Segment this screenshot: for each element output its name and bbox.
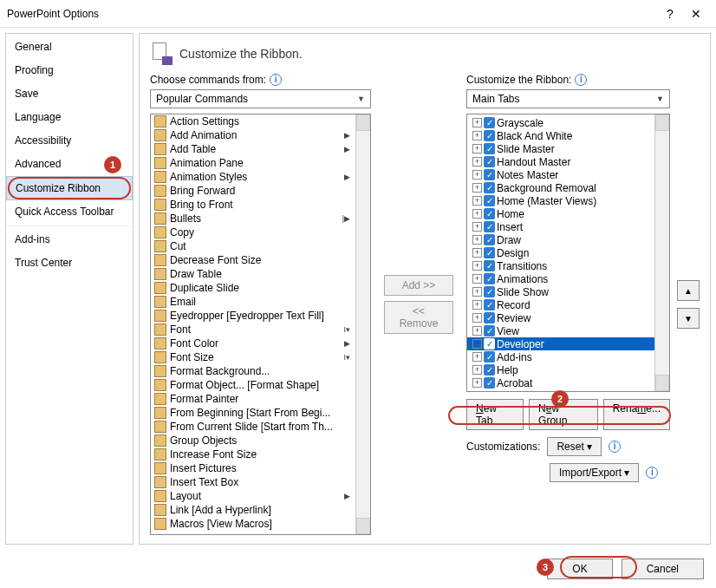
expand-icon[interactable]: + xyxy=(472,300,482,310)
list-item[interactable]: Font SizeI▾ xyxy=(151,350,355,364)
tree-item-record[interactable]: +✓Record xyxy=(467,298,654,311)
expand-icon[interactable]: + xyxy=(472,274,482,284)
list-item[interactable]: FontI▾ xyxy=(151,323,355,336)
tree-item-review[interactable]: +✓Review xyxy=(467,311,654,324)
expand-icon[interactable]: + xyxy=(472,248,482,258)
list-item[interactable]: Draw Table xyxy=(151,267,355,281)
expand-icon[interactable]: + xyxy=(472,170,482,180)
list-item[interactable]: Add Table▶ xyxy=(151,142,355,156)
list-item[interactable]: From Current Slide [Start from Th... xyxy=(151,420,355,434)
checkbox[interactable]: ✓ xyxy=(484,338,495,350)
tree-item-grayscale[interactable]: +✓Grayscale xyxy=(467,116,654,129)
checkbox[interactable]: ✓ xyxy=(484,195,495,206)
list-item[interactable]: Add Animation▶ xyxy=(151,128,355,142)
close-icon[interactable]: ✕ xyxy=(683,7,709,21)
expand-icon[interactable]: + xyxy=(472,183,482,193)
expand-icon[interactable]: + xyxy=(472,209,482,219)
checkbox[interactable]: ✓ xyxy=(484,260,495,271)
info-icon[interactable]: i xyxy=(646,467,658,479)
list-item[interactable]: Format Background... xyxy=(151,364,355,378)
info-icon[interactable]: i xyxy=(270,74,282,86)
tree-item-help[interactable]: +✓Help xyxy=(467,363,654,376)
tree-item-animations[interactable]: +✓Animations xyxy=(467,272,654,285)
scrollbar[interactable] xyxy=(355,114,370,534)
sidebar-item-save[interactable]: Save xyxy=(6,82,133,106)
move-up-button[interactable]: ▲ xyxy=(677,280,700,301)
expand-icon[interactable]: + xyxy=(472,365,482,375)
ok-button[interactable]: OK xyxy=(547,559,612,579)
expand-icon[interactable]: + xyxy=(472,144,482,154)
list-item[interactable]: Animation Styles▶ xyxy=(151,170,355,184)
list-item[interactable]: Insert Text Box xyxy=(151,475,355,489)
checkbox[interactable]: ✓ xyxy=(484,169,495,180)
list-item[interactable]: Animation Pane xyxy=(151,156,355,170)
list-item[interactable]: Copy xyxy=(151,225,355,239)
list-item[interactable]: Increase Font Size xyxy=(151,448,355,461)
tree-item-insert[interactable]: +✓Insert xyxy=(467,220,654,233)
expand-icon[interactable]: + xyxy=(472,326,482,336)
checkbox[interactable]: ✓ xyxy=(484,247,495,258)
commands-listbox[interactable]: Action SettingsAdd Animation▶Add Table▶A… xyxy=(150,114,371,535)
reset-button[interactable]: Reset ▾ xyxy=(547,437,602,456)
checkbox[interactable]: ✓ xyxy=(484,273,495,284)
tree-item-notes-master[interactable]: +✓Notes Master xyxy=(467,168,654,181)
list-item[interactable]: Cut xyxy=(151,239,355,253)
checkbox[interactable]: ✓ xyxy=(484,156,495,167)
list-item[interactable]: Insert Pictures xyxy=(151,461,355,475)
checkbox[interactable]: ✓ xyxy=(484,234,495,245)
expand-icon[interactable]: + xyxy=(472,196,482,206)
tree-item-home[interactable]: +✓Home xyxy=(467,207,654,220)
tree-item-developer[interactable]: +✓Developer xyxy=(467,337,654,350)
tree-item-add-ins[interactable]: +✓Add-ins xyxy=(467,350,654,363)
info-icon[interactable]: i xyxy=(609,441,621,453)
list-item[interactable]: Bullets|▶ xyxy=(151,212,355,225)
checkbox[interactable]: ✓ xyxy=(484,299,495,310)
list-item[interactable]: Bring to Front xyxy=(151,198,355,212)
remove-button[interactable]: << Remove xyxy=(384,301,453,334)
list-item[interactable]: Decrease Font Size xyxy=(151,253,355,267)
new-tab-button[interactable]: New Tab xyxy=(466,399,524,430)
checkbox[interactable]: ✓ xyxy=(484,286,495,297)
tree-item-home-(master-views)[interactable]: +✓Home (Master Views) xyxy=(467,194,654,207)
checkbox[interactable]: ✓ xyxy=(484,312,495,323)
checkbox[interactable]: ✓ xyxy=(484,221,495,232)
checkbox[interactable]: ✓ xyxy=(484,130,495,141)
tree-item-draw[interactable]: +✓Draw xyxy=(467,233,654,246)
checkbox[interactable]: ✓ xyxy=(484,208,495,219)
list-item[interactable]: Duplicate Slide xyxy=(151,281,355,295)
sidebar-item-trust-center[interactable]: Trust Center xyxy=(6,252,133,275)
tree-item-view[interactable]: +✓View xyxy=(467,324,654,337)
import-export-button[interactable]: Import/Export ▾ xyxy=(550,463,639,482)
sidebar-item-customize-ribbon[interactable]: Customize Ribbon xyxy=(6,176,133,200)
tree-item-black-and-white[interactable]: +✓Black And White xyxy=(467,129,654,142)
tree-item-slide-master[interactable]: +✓Slide Master xyxy=(467,142,654,155)
list-item[interactable]: Font Color▶ xyxy=(151,336,355,350)
list-item[interactable]: From Beginning [Start From Begi... xyxy=(151,406,355,420)
move-down-button[interactable]: ▼ xyxy=(677,308,700,329)
checkbox[interactable]: ✓ xyxy=(484,364,495,376)
tree-item-design[interactable]: +✓Design xyxy=(467,246,654,259)
expand-icon[interactable]: + xyxy=(472,157,482,167)
checkbox[interactable]: ✓ xyxy=(484,351,495,363)
sidebar-item-general[interactable]: General xyxy=(6,36,133,59)
list-item[interactable]: Format Painter xyxy=(151,392,355,406)
add-button[interactable]: Add >> xyxy=(384,275,453,296)
tabs-tree[interactable]: +✓Grayscale+✓Black And White+✓Slide Mast… xyxy=(466,114,670,392)
expand-icon[interactable]: + xyxy=(472,261,482,271)
list-item[interactable]: Format Object... [Format Shape] xyxy=(151,378,355,392)
expand-icon[interactable]: + xyxy=(472,131,482,140)
choose-commands-combo[interactable]: Popular Commands ▼ xyxy=(150,89,371,108)
list-item[interactable]: Bring Forward xyxy=(151,184,355,198)
expand-icon[interactable]: + xyxy=(472,287,482,297)
expand-icon[interactable]: + xyxy=(472,313,482,323)
tree-item-transitions[interactable]: +✓Transitions xyxy=(467,259,654,272)
checkbox[interactable]: ✓ xyxy=(484,182,495,193)
customize-ribbon-combo[interactable]: Main Tabs ▼ xyxy=(466,89,670,108)
sidebar-item-proofing[interactable]: Proofing xyxy=(6,59,133,82)
sidebar-item-add-ins[interactable]: Add-ins xyxy=(6,225,133,252)
sidebar-item-language[interactable]: Language xyxy=(6,106,133,129)
tree-item-handout-master[interactable]: +✓Handout Master xyxy=(467,155,654,168)
expand-icon[interactable]: + xyxy=(472,339,482,349)
sidebar-item-accessibility[interactable]: Accessibility xyxy=(6,129,133,153)
expand-icon[interactable]: + xyxy=(472,352,482,362)
